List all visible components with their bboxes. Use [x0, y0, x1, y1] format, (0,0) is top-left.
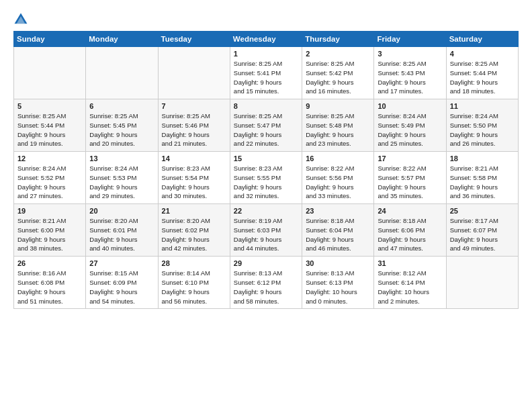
- calendar-cell: 26Sunrise: 8:16 AMSunset: 6:08 PMDayligh…: [14, 257, 86, 309]
- daylight-hours: Sunrise: 8:25 AMSunset: 5:44 PMDaylight:…: [450, 59, 515, 96]
- daylight-hours: Sunrise: 8:22 AMSunset: 5:56 PMDaylight:…: [306, 164, 370, 201]
- calendar-cell: 30Sunrise: 8:13 AMSunset: 6:13 PMDayligh…: [302, 257, 374, 309]
- calendar-cell: 24Sunrise: 8:18 AMSunset: 6:06 PMDayligh…: [374, 204, 446, 257]
- calendar-cell: 7Sunrise: 8:25 AMSunset: 5:46 PMDaylight…: [158, 99, 230, 152]
- calendar-cell: 12Sunrise: 8:24 AMSunset: 5:52 PMDayligh…: [14, 152, 86, 204]
- calendar-cell: [86, 47, 158, 99]
- calendar-cell: 10Sunrise: 8:24 AMSunset: 5:49 PMDayligh…: [374, 99, 446, 152]
- calendar-cell: 18Sunrise: 8:21 AMSunset: 5:58 PMDayligh…: [446, 152, 518, 204]
- week-row-1: 1Sunrise: 8:25 AMSunset: 5:41 PMDaylight…: [14, 47, 519, 99]
- calendar-cell: 6Sunrise: 8:25 AMSunset: 5:45 PMDaylight…: [86, 99, 158, 152]
- day-number: 30: [306, 259, 370, 267]
- day-number: 21: [162, 207, 226, 215]
- day-number: 9: [306, 102, 370, 110]
- daylight-hours: Sunrise: 8:21 AMSunset: 5:58 PMDaylight:…: [450, 164, 515, 201]
- calendar-cell: 16Sunrise: 8:22 AMSunset: 5:56 PMDayligh…: [302, 152, 374, 204]
- daylight-hours: Sunrise: 8:21 AMSunset: 6:00 PMDaylight:…: [17, 216, 82, 253]
- daylight-hours: Sunrise: 8:25 AMSunset: 5:42 PMDaylight:…: [306, 59, 370, 96]
- daylight-hours: Sunrise: 8:25 AMSunset: 5:43 PMDaylight:…: [378, 59, 442, 96]
- weekday-header-tuesday: Tuesday: [158, 32, 230, 47]
- weekday-header-friday: Friday: [374, 32, 446, 47]
- calendar-cell: 27Sunrise: 8:15 AMSunset: 6:09 PMDayligh…: [86, 257, 158, 309]
- daylight-hours: Sunrise: 8:25 AMSunset: 5:45 PMDaylight:…: [89, 111, 154, 148]
- day-number: 26: [17, 259, 82, 267]
- day-number: 10: [378, 102, 442, 110]
- daylight-hours: Sunrise: 8:13 AMSunset: 6:12 PMDaylight:…: [234, 269, 298, 306]
- daylight-hours: Sunrise: 8:25 AMSunset: 5:48 PMDaylight:…: [306, 111, 370, 148]
- daylight-hours: Sunrise: 8:13 AMSunset: 6:13 PMDaylight:…: [306, 269, 370, 306]
- daylight-hours: Sunrise: 8:25 AMSunset: 5:46 PMDaylight:…: [162, 111, 226, 148]
- day-number: 3: [378, 50, 442, 58]
- daylight-hours: Sunrise: 8:23 AMSunset: 5:55 PMDaylight:…: [234, 164, 298, 201]
- week-row-3: 12Sunrise: 8:24 AMSunset: 5:52 PMDayligh…: [14, 152, 519, 204]
- weekday-header-monday: Monday: [86, 32, 158, 47]
- day-number: 5: [17, 102, 82, 110]
- daylight-hours: Sunrise: 8:14 AMSunset: 6:10 PMDaylight:…: [162, 269, 226, 306]
- day-number: 6: [89, 102, 154, 110]
- weekday-header-sunday: Sunday: [14, 32, 86, 47]
- day-number: 14: [162, 154, 226, 163]
- calendar-cell: 17Sunrise: 8:22 AMSunset: 5:57 PMDayligh…: [374, 152, 446, 204]
- day-number: 15: [234, 154, 298, 163]
- weekday-header-saturday: Saturday: [446, 32, 518, 47]
- daylight-hours: Sunrise: 8:17 AMSunset: 6:07 PMDaylight:…: [450, 216, 515, 253]
- daylight-hours: Sunrise: 8:15 AMSunset: 6:09 PMDaylight:…: [89, 269, 154, 306]
- daylight-hours: Sunrise: 8:18 AMSunset: 6:04 PMDaylight:…: [306, 216, 370, 253]
- calendar-cell: 1Sunrise: 8:25 AMSunset: 5:41 PMDaylight…: [230, 47, 302, 99]
- daylight-hours: Sunrise: 8:20 AMSunset: 6:01 PMDaylight:…: [89, 216, 154, 253]
- header: [13, 12, 519, 27]
- calendar-cell: 19Sunrise: 8:21 AMSunset: 6:00 PMDayligh…: [14, 204, 86, 257]
- day-number: 18: [450, 154, 515, 163]
- day-number: 27: [89, 259, 154, 267]
- daylight-hours: Sunrise: 8:12 AMSunset: 6:14 PMDaylight:…: [378, 269, 442, 306]
- calendar-cell: 31Sunrise: 8:12 AMSunset: 6:14 PMDayligh…: [374, 257, 446, 309]
- calendar-cell: 2Sunrise: 8:25 AMSunset: 5:42 PMDaylight…: [302, 47, 374, 99]
- calendar-cell: 22Sunrise: 8:19 AMSunset: 6:03 PMDayligh…: [230, 204, 302, 257]
- weekday-header-thursday: Thursday: [302, 32, 374, 47]
- calendar-page: SundayMondayTuesdayWednesdayThursdayFrid…: [0, 0, 532, 318]
- day-number: 22: [234, 207, 298, 215]
- calendar-cell: 13Sunrise: 8:24 AMSunset: 5:53 PMDayligh…: [86, 152, 158, 204]
- day-number: 7: [162, 102, 226, 110]
- day-number: 29: [234, 259, 298, 267]
- calendar-cell: 28Sunrise: 8:14 AMSunset: 6:10 PMDayligh…: [158, 257, 230, 309]
- logo-icon: [13, 12, 28, 27]
- calendar-cell: 14Sunrise: 8:23 AMSunset: 5:54 PMDayligh…: [158, 152, 230, 204]
- calendar-cell: 23Sunrise: 8:18 AMSunset: 6:04 PMDayligh…: [302, 204, 374, 257]
- day-number: 4: [450, 50, 515, 58]
- week-row-2: 5Sunrise: 8:25 AMSunset: 5:44 PMDaylight…: [14, 99, 519, 152]
- calendar-cell: 4Sunrise: 8:25 AMSunset: 5:44 PMDaylight…: [446, 47, 518, 99]
- daylight-hours: Sunrise: 8:22 AMSunset: 5:57 PMDaylight:…: [378, 164, 442, 201]
- daylight-hours: Sunrise: 8:18 AMSunset: 6:06 PMDaylight:…: [378, 216, 442, 253]
- calendar-cell: 29Sunrise: 8:13 AMSunset: 6:12 PMDayligh…: [230, 257, 302, 309]
- daylight-hours: Sunrise: 8:25 AMSunset: 5:44 PMDaylight:…: [17, 111, 82, 148]
- day-number: 31: [378, 259, 442, 267]
- day-number: 24: [378, 207, 442, 215]
- week-row-4: 19Sunrise: 8:21 AMSunset: 6:00 PMDayligh…: [14, 204, 519, 257]
- calendar-cell: 3Sunrise: 8:25 AMSunset: 5:43 PMDaylight…: [374, 47, 446, 99]
- daylight-hours: Sunrise: 8:23 AMSunset: 5:54 PMDaylight:…: [162, 164, 226, 201]
- day-number: 17: [378, 154, 442, 163]
- day-number: 1: [234, 50, 298, 58]
- calendar-cell: [158, 47, 230, 99]
- day-number: 20: [89, 207, 154, 215]
- day-number: 16: [306, 154, 370, 163]
- daylight-hours: Sunrise: 8:16 AMSunset: 6:08 PMDaylight:…: [17, 269, 82, 306]
- week-row-5: 26Sunrise: 8:16 AMSunset: 6:08 PMDayligh…: [14, 257, 519, 309]
- daylight-hours: Sunrise: 8:20 AMSunset: 6:02 PMDaylight:…: [162, 216, 226, 253]
- day-number: 19: [17, 207, 82, 215]
- day-number: 25: [450, 207, 515, 215]
- day-number: 12: [17, 154, 82, 163]
- calendar-cell: 25Sunrise: 8:17 AMSunset: 6:07 PMDayligh…: [446, 204, 518, 257]
- day-number: 8: [234, 102, 298, 110]
- calendar-cell: [446, 257, 518, 309]
- calendar-cell: [14, 47, 86, 99]
- daylight-hours: Sunrise: 8:24 AMSunset: 5:49 PMDaylight:…: [378, 111, 442, 148]
- calendar-cell: 21Sunrise: 8:20 AMSunset: 6:02 PMDayligh…: [158, 204, 230, 257]
- daylight-hours: Sunrise: 8:25 AMSunset: 5:47 PMDaylight:…: [234, 111, 298, 148]
- daylight-hours: Sunrise: 8:19 AMSunset: 6:03 PMDaylight:…: [234, 216, 298, 253]
- daylight-hours: Sunrise: 8:24 AMSunset: 5:52 PMDaylight:…: [17, 164, 82, 201]
- daylight-hours: Sunrise: 8:24 AMSunset: 5:53 PMDaylight:…: [89, 164, 154, 201]
- calendar-table: SundayMondayTuesdayWednesdayThursdayFrid…: [13, 31, 519, 309]
- calendar-cell: 15Sunrise: 8:23 AMSunset: 5:55 PMDayligh…: [230, 152, 302, 204]
